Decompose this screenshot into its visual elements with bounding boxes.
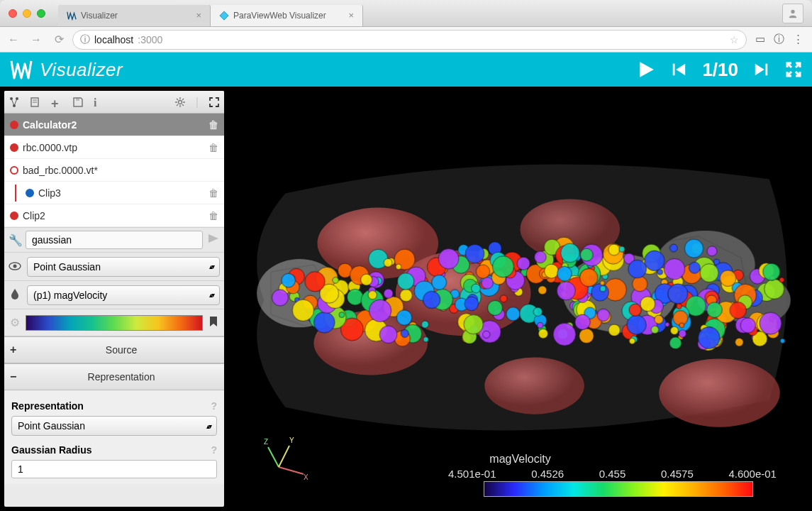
visibility-dot-icon[interactable] [10, 166, 18, 175]
wrench-icon: 🔧 [9, 233, 21, 247]
color-array-select[interactable]: (p1) magVelocity ▴▾ [27, 285, 220, 305]
reload-button[interactable]: ⟳ [50, 31, 68, 49]
bookmark-icon[interactable] [207, 316, 220, 330]
browser-tab-1[interactable]: Visualizer × [58, 5, 211, 26]
prev-frame-button[interactable] [671, 62, 686, 77]
svg-rect-17 [76, 98, 79, 101]
section-header-source[interactable]: + Source [4, 336, 224, 363]
tab-title: ParaViewWeb Visualizer [233, 11, 326, 21]
svg-line-347 [279, 446, 289, 467]
svg-text:Y: Y [289, 436, 294, 444]
representation-select[interactable]: Point Gaussian ▴▾ [11, 416, 217, 436]
svg-point-262 [600, 280, 604, 285]
svg-point-293 [597, 309, 609, 321]
back-button[interactable]: ← [4, 31, 23, 49]
visibility-dot-icon[interactable] [10, 211, 18, 220]
svg-point-282 [669, 244, 677, 252]
pipeline-item[interactable]: rbc.0000.vtp 🗑 [4, 136, 224, 159]
svg-marker-5 [755, 64, 764, 76]
settings-icon[interactable] [174, 97, 186, 108]
svg-point-328 [679, 323, 684, 328]
browser-tab-2[interactable]: ParaViewWeb Visualizer × [211, 5, 363, 26]
svg-point-180 [538, 322, 543, 328]
url-host: localhost [94, 34, 133, 45]
trash-icon[interactable]: 🗑 [208, 187, 218, 199]
svg-point-190 [465, 297, 479, 311]
svg-point-271 [580, 248, 593, 261]
pipeline-icon[interactable] [9, 97, 20, 108]
visibility-dot-icon[interactable] [10, 143, 18, 152]
toolbar-right: ▭ ⓘ ⋮ [751, 33, 808, 46]
info-icon[interactable]: i [94, 97, 105, 108]
filter-input[interactable] [26, 231, 203, 249]
expand-icon[interactable] [208, 97, 220, 108]
svg-point-122 [401, 329, 408, 337]
cast-icon[interactable]: ▭ [755, 33, 765, 46]
help-icon[interactable]: ? [211, 400, 217, 412]
colormap-bar[interactable] [26, 315, 203, 331]
svg-point-186 [506, 307, 520, 321]
section-header-representation[interactable]: − Representation [4, 363, 224, 390]
svg-point-84 [400, 289, 412, 301]
account-button[interactable] [782, 4, 803, 23]
next-frame-button[interactable] [754, 62, 769, 77]
viewport-3d[interactable]: X Z Y magVelocity 4.501e-01 0.4526 0.455… [228, 87, 812, 511]
svg-point-343 [698, 327, 720, 349]
svg-line-25 [177, 104, 178, 106]
close-window-button[interactable] [9, 9, 17, 18]
svg-point-290 [664, 258, 685, 280]
save-icon[interactable] [72, 97, 84, 108]
pipeline-item[interactable]: Clip2 🗑 [4, 204, 224, 227]
close-tab-icon[interactable]: × [348, 10, 354, 21]
files-icon[interactable] [30, 97, 41, 108]
pipeline-item-label: Calculator2 [23, 119, 77, 131]
pipeline-item[interactable]: bad_rbc.0000.vt* [4, 159, 224, 182]
svg-point-304 [670, 326, 678, 334]
prop-label-gaussian-radius: Gaussian Radius ? [11, 444, 217, 456]
svg-point-203 [465, 244, 484, 263]
pipeline-item-label: Clip2 [23, 210, 45, 221]
browser-tabs: Visualizer × ParaViewWeb Visualizer × [58, 5, 363, 26]
svg-text:X: X [304, 473, 308, 481]
pipeline-item-label: rbc.0000.vtp [23, 142, 77, 153]
maximize-window-button[interactable] [37, 9, 45, 18]
fullscreen-button[interactable] [785, 61, 802, 78]
svg-point-313 [669, 337, 682, 349]
skip-next-icon [754, 62, 769, 77]
droplet-icon[interactable] [9, 288, 21, 302]
minimize-window-button[interactable] [23, 9, 31, 18]
svg-point-323 [740, 318, 755, 333]
gaussian-radius-input[interactable] [11, 460, 217, 478]
view-mode-select[interactable]: Point Gaussian ▴▾ [27, 257, 220, 277]
pipeline-item[interactable]: Clip3 🗑 [4, 182, 224, 204]
axis-widget[interactable]: X Z Y [261, 432, 311, 481]
eye-icon[interactable] [9, 260, 21, 273]
svg-point-162 [488, 300, 503, 315]
svg-marker-4 [677, 64, 686, 76]
menu-icon[interactable]: ⋮ [793, 33, 803, 46]
forward-button[interactable]: → [27, 31, 45, 49]
svg-point-274 [619, 246, 625, 252]
gear-icon[interactable]: ⚙ [9, 316, 21, 329]
svg-point-336 [780, 339, 785, 344]
trash-icon[interactable]: 🗑 [208, 210, 218, 221]
pipeline-item[interactable]: Calculator2 🗑 [4, 114, 224, 136]
svg-point-268 [665, 322, 669, 326]
info-icon[interactable]: ⓘ [774, 33, 784, 46]
trash-icon[interactable]: 🗑 [208, 142, 218, 153]
help-icon[interactable]: ? [211, 444, 217, 456]
url-bar[interactable]: ⓘ localhost:3000 ☆ [72, 30, 747, 50]
play-button[interactable] [637, 60, 655, 79]
svg-point-86 [396, 310, 411, 325]
visibility-dot-icon[interactable] [26, 189, 34, 197]
representation-body: Representation ? Point Gaussian ▴▾ Gauss… [4, 390, 224, 484]
visibility-dot-icon[interactable] [10, 121, 18, 129]
trash-icon[interactable]: 🗑 [208, 119, 218, 131]
svg-text:Z: Z [264, 438, 268, 446]
apply-icon[interactable] [207, 233, 220, 247]
add-icon[interactable]: + [51, 97, 62, 108]
close-tab-icon[interactable]: × [196, 10, 201, 21]
svg-point-257 [651, 326, 659, 334]
star-icon[interactable]: ☆ [730, 34, 739, 45]
svg-point-204 [538, 286, 547, 295]
